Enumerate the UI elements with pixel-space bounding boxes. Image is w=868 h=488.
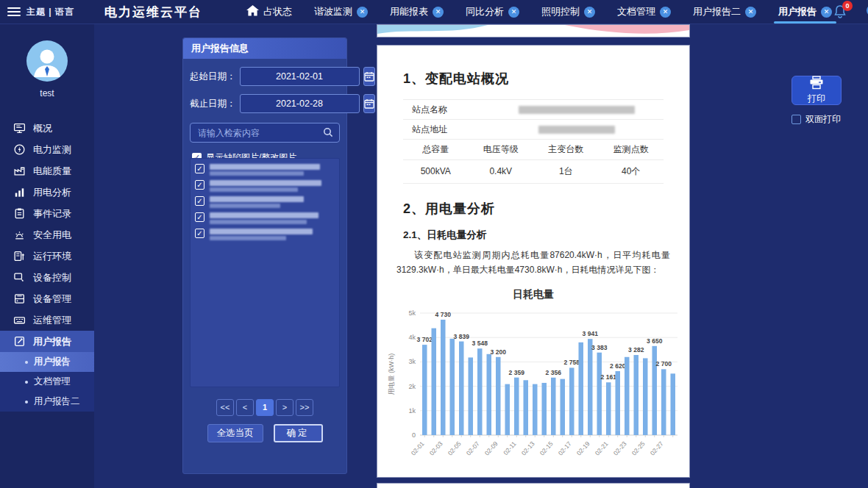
page-nav->>[interactable]: >> — [296, 399, 313, 416]
item-checkbox[interactable]: ✓ — [195, 164, 204, 173]
sidebar-item-设备控制[interactable]: 设备控制 — [0, 267, 94, 288]
report-list-item[interactable]: ✓ — [195, 163, 335, 176]
search-icon[interactable] — [322, 126, 334, 141]
item-checkbox[interactable]: ✓ — [195, 196, 204, 206]
notification-bell-icon[interactable]: 0 — [832, 4, 848, 20]
search-input[interactable] — [190, 123, 340, 143]
svg-text:02-05: 02-05 — [447, 439, 463, 456]
sidebar-item-运维管理[interactable]: 运维管理 — [0, 309, 94, 331]
sidebar-item-用电分析[interactable]: 用电分析 — [0, 182, 94, 203]
page-nav->[interactable]: > — [276, 399, 294, 416]
bar-02-05 — [459, 341, 464, 434]
overview-icon — [13, 122, 26, 134]
user-profile: test — [0, 24, 94, 98]
top-bar: 主题 | 语言 电力运维云平台 占状态谐波监测✕用能报表✕同比分析✕照明控制✕文… — [0, 0, 868, 24]
nav-tab-label: 文档管理 — [617, 5, 655, 18]
avatar[interactable] — [26, 40, 68, 82]
sidebar-item-设备管理[interactable]: 设备管理 — [0, 288, 94, 309]
item-checkbox[interactable]: ✓ — [195, 180, 204, 190]
svg-text:02-17: 02-17 — [557, 439, 573, 456]
item-checkbox[interactable]: ✓ — [195, 229, 204, 238]
end-date-label: 截止日期： — [190, 98, 236, 110]
svg-text:1k: 1k — [408, 407, 416, 415]
nav-tab-3[interactable]: 用能报表✕ — [390, 0, 444, 24]
theme-language-switch[interactable]: 主题 | 语言 — [26, 6, 74, 18]
start-date-input[interactable] — [240, 67, 360, 86]
confirm-button[interactable]: 确定 — [274, 424, 323, 442]
bar-02-24 — [634, 355, 639, 435]
print-button[interactable]: 打印 — [791, 76, 842, 105]
sidebar-item-电力监测[interactable]: 电力监测 — [0, 139, 94, 160]
sidebar-item-事件记录[interactable]: 事件记录 — [0, 203, 94, 224]
bar-02-21 — [606, 382, 611, 435]
bullet-icon — [25, 361, 28, 364]
ops-manage-icon — [13, 314, 26, 326]
stats-header: 总容量 — [403, 140, 469, 159]
report-list-item[interactable]: ✓ — [195, 195, 335, 208]
page-nav-<[interactable]: < — [236, 399, 254, 416]
select-all-page-button[interactable]: 全选当页 — [207, 424, 263, 442]
sidebar-item-安全用电[interactable]: 安全用电 — [0, 224, 94, 245]
home-icon — [246, 5, 259, 18]
nav-tab-label: 用户报告 — [778, 5, 817, 18]
nav-tab-7[interactable]: 用户报告二✕ — [693, 0, 756, 24]
page-current[interactable]: 1 — [256, 399, 274, 416]
sidebar-subitem-用户报告二[interactable]: 用户报告二 — [0, 392, 94, 412]
nav-tab-2[interactable]: 谐波监测✕ — [314, 0, 368, 24]
sidebar-item-用户报告[interactable]: 用户报告 — [0, 331, 94, 352]
report-list-item[interactable]: ✓ — [195, 212, 335, 224]
svg-text:3k: 3k — [408, 358, 416, 365]
bar-02-18 — [579, 342, 584, 435]
tab-close-icon[interactable]: ✕ — [660, 7, 671, 18]
duplex-checkbox[interactable] — [791, 115, 801, 124]
end-date-input[interactable] — [240, 94, 360, 113]
nav-tab-1[interactable]: 占状态 — [246, 0, 292, 24]
duplex-print-row: 双面打印 — [791, 113, 841, 126]
printer-icon — [808, 76, 825, 92]
report-list-item[interactable]: ✓ — [195, 179, 335, 192]
tab-close-icon[interactable]: ✕ — [745, 7, 756, 18]
tab-close-icon[interactable]: ✕ — [433, 7, 444, 18]
start-date-calendar-icon[interactable] — [363, 67, 375, 86]
print-button-label: 打印 — [808, 93, 825, 105]
redacted-item-text — [210, 163, 320, 176]
sidebar-item-运行环境[interactable]: 运行环境 — [0, 245, 94, 267]
report-list-item[interactable]: ✓ — [195, 228, 335, 240]
bar-02-02 — [432, 328, 437, 434]
panel-buttons: 全选当页 确定 — [183, 424, 346, 442]
environment-icon — [13, 250, 26, 262]
bar-02-27 — [661, 369, 666, 435]
tab-close-icon[interactable]: ✕ — [821, 7, 832, 18]
bar-02-09 — [496, 357, 501, 435]
event-log-icon — [13, 207, 26, 220]
nav-tab-6[interactable]: 文档管理✕ — [617, 0, 671, 24]
bullet-icon — [25, 401, 28, 403]
device-manage-icon — [13, 293, 26, 305]
redacted-item-text — [210, 195, 304, 208]
nav-tab-label: 用户报告二 — [693, 5, 741, 18]
start-date-row: 起始日期： — [190, 67, 340, 86]
panel-title: 用户报告信息 — [183, 38, 346, 59]
sidebar-subitem-用户报告[interactable]: 用户报告 — [0, 352, 94, 372]
end-date-calendar-icon[interactable] — [363, 94, 375, 113]
tab-close-icon[interactable]: ✕ — [508, 7, 519, 18]
sidebar-subitem-label: 文档管理 — [34, 376, 71, 388]
nav-tab-label: 占状态 — [263, 5, 292, 18]
tab-close-icon[interactable]: ✕ — [357, 7, 368, 18]
nav-tab-4[interactable]: 同比分析✕ — [466, 0, 519, 24]
page-nav-<<[interactable]: << — [216, 399, 234, 416]
sidebar-subitem-文档管理[interactable]: 文档管理 — [0, 372, 94, 392]
nav-tab-8[interactable]: 用户报告✕ — [778, 0, 832, 24]
svg-text:3 282: 3 282 — [628, 346, 644, 354]
stats-value-row: 500kVA 0.4kV 1台 40个 — [403, 160, 664, 184]
bar-02-23 — [625, 357, 630, 435]
nav-tab-5[interactable]: 照明控制✕ — [541, 0, 595, 24]
sidebar-item-概况[interactable]: 概况 — [0, 118, 94, 139]
bar-02-11 — [514, 377, 519, 434]
bar-02-07 — [477, 348, 483, 435]
sidebar-item-电能质量[interactable]: 电能质量 — [0, 160, 94, 182]
hamburger-menu-icon[interactable] — [7, 7, 21, 16]
item-checkbox[interactable]: ✓ — [195, 212, 204, 222]
tab-close-icon[interactable]: ✕ — [584, 7, 595, 18]
power-logout-icon[interactable] — [864, 2, 868, 21]
